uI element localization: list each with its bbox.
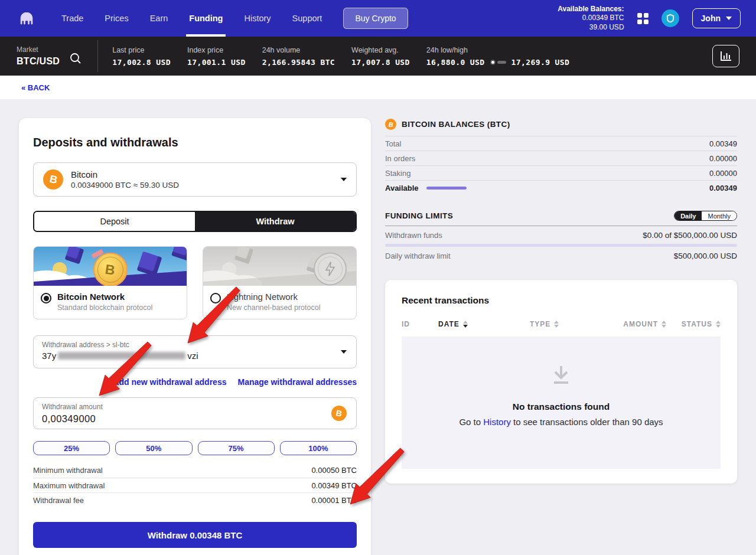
info-label: Minimum withdrawal	[33, 466, 103, 475]
max-withdrawal-row: Maximum withdrawal 0.00349 BTC	[33, 478, 357, 492]
percent-100-button[interactable]: 100%	[280, 441, 357, 455]
sort-icon	[554, 321, 559, 328]
limit-label: Withdrawn funds	[385, 231, 442, 240]
nav-menu: Trade Prices Earn Funding History Suppor…	[51, 0, 333, 37]
username: John	[701, 14, 721, 23]
available-progress-bar	[426, 187, 467, 190]
empty-text-before: Go to	[459, 417, 483, 427]
transactions-title: Recent transactions	[402, 295, 721, 306]
percent-25-button[interactable]: 25%	[33, 441, 110, 455]
transactions-table-header: ID DATE TYPE AMOUNT STATUS	[402, 320, 721, 328]
gold-bitcoin-coin: B	[93, 253, 128, 286]
withdrawal-address-label: Withdrawal address > sl-btc	[42, 341, 348, 349]
network-card-lightning[interactable]: Lightning Network New channel-based prot…	[203, 246, 357, 319]
column-id[interactable]: ID	[402, 320, 438, 328]
tab-deposit[interactable]: Deposit	[34, 212, 195, 231]
radio-lightning-network[interactable]	[210, 293, 221, 303]
sort-icon	[662, 321, 666, 328]
back-link[interactable]: « BACK	[21, 83, 50, 92]
balance-row-staking: Staking 0.00000	[385, 165, 737, 180]
deposit-withdraw-tabs: Deposit Withdraw	[33, 211, 357, 232]
history-link[interactable]: History	[483, 417, 511, 427]
percent-50-button[interactable]: 50%	[115, 441, 192, 455]
kraken-logo-icon[interactable]	[18, 9, 35, 27]
column-type[interactable]: TYPE	[530, 320, 572, 328]
info-value: 0.00001 BTC	[311, 496, 357, 505]
chart-toggle-icon[interactable]	[712, 45, 739, 67]
column-date[interactable]: DATE	[438, 320, 530, 328]
balance-row-available: Available 0.00349	[385, 180, 737, 195]
nav-item-support[interactable]: Support	[282, 0, 333, 37]
withdrawal-address-dropdown[interactable]: Withdrawal address > sl-btc 37y vzi	[33, 335, 357, 368]
daily-withdraw-limit-row: Daily withdraw limit $500,000.00 USD	[385, 247, 737, 265]
balance-row-in-orders: In orders 0.00000	[385, 151, 737, 165]
network-desc: New channel-based protocol	[227, 303, 320, 312]
toggle-daily[interactable]: Daily	[674, 211, 702, 220]
asset-balance: 0.00349000 BTC ≈ 59.30 USD	[71, 181, 179, 190]
buy-crypto-button[interactable]: Buy Crypto	[343, 8, 408, 29]
balance-label: Staking	[385, 169, 410, 178]
nav-item-trade[interactable]: Trade	[51, 0, 94, 37]
network-desc: Standard blockchain protocol	[57, 303, 152, 312]
bitcoin-icon: B	[385, 119, 396, 130]
stat-label: Index price	[187, 46, 246, 54]
withdrawal-fee-row: Withdrawal fee 0.00001 BTC	[33, 492, 357, 507]
balance-value: 0.00000	[709, 154, 737, 163]
security-shield-icon[interactable]	[662, 9, 679, 27]
stat-value: 17,001.1 USD	[187, 58, 246, 67]
min-withdrawal-row: Minimum withdrawal 0.00050 BTC	[33, 463, 357, 478]
stat-last-price: Last price 17,002.8 USD	[112, 46, 171, 67]
balance-label: In orders	[385, 154, 415, 163]
nav-item-funding[interactable]: Funding	[178, 0, 233, 37]
limit-value: $500,000.00 USD	[674, 252, 737, 260]
bitcoin-balances-section: B BITCOIN BALANCES (BTC) Total 0.00349 I…	[385, 118, 737, 195]
network-card-bitcoin[interactable]: B Bitcoin Network Standard blockchain pr…	[33, 246, 187, 319]
column-amount[interactable]: AMOUNT	[572, 320, 666, 328]
info-label: Withdrawal fee	[33, 496, 84, 505]
market-pair-value: BTC/USD	[17, 56, 60, 67]
toggle-monthly[interactable]: Monthly	[702, 211, 737, 220]
chevron-down-icon	[341, 178, 347, 181]
balance-btc: 0.00349 BTC	[558, 14, 624, 23]
asset-select-dropdown[interactable]: B Bitcoin 0.00349000 BTC ≈ 59.30 USD	[33, 162, 357, 197]
empty-state-text: Go to History to see transactions older …	[459, 417, 663, 427]
balance-label: Available	[385, 184, 419, 192]
add-withdrawal-address-link[interactable]: Add new withdrawal address	[113, 377, 226, 387]
balance-value: 0.00349	[709, 139, 737, 148]
balances-title: BITCOIN BALANCES (BTC)	[402, 120, 510, 129]
nav-item-prices[interactable]: Prices	[94, 0, 139, 37]
limit-value: $0.00 of $500,000.00 USD	[643, 231, 737, 240]
funding-limits-title: FUNDING LIMITS	[385, 211, 453, 220]
withdrawal-amount-input[interactable]: Withdrawal amount 0,00349000 B	[33, 397, 357, 429]
recent-transactions-card: Recent transactions ID DATE TYPE AMOUNT …	[385, 280, 737, 484]
nav-item-earn[interactable]: Earn	[139, 0, 179, 37]
page-title: Deposits and withdrawals	[33, 136, 357, 149]
withdraw-submit-button[interactable]: Withdraw 0.00348 BTC	[33, 522, 357, 548]
chevron-down-icon	[726, 17, 732, 20]
manage-withdrawal-addresses-link[interactable]: Manage withdrawal addresses	[237, 377, 357, 387]
address-redacted-blur	[58, 352, 185, 360]
stat-value: 2,166.95843 BTC	[262, 58, 335, 67]
balance-row-total: Total 0.00349	[385, 136, 737, 151]
column-status[interactable]: STATUS	[666, 320, 721, 328]
limit-label: Daily withdraw limit	[385, 252, 451, 260]
nav-item-history[interactable]: History	[233, 0, 281, 37]
info-value: 0.00349 BTC	[311, 481, 357, 490]
address-suffix: vzi	[187, 351, 198, 361]
radio-bitcoin-network[interactable]	[41, 293, 51, 303]
withdrawal-amount-value: 0,00349000	[42, 413, 348, 425]
bitcoin-network-illustration: B	[34, 247, 187, 286]
user-menu-button[interactable]: John	[692, 8, 741, 28]
tab-withdraw[interactable]: Withdraw	[195, 212, 356, 231]
search-icon[interactable]	[69, 52, 82, 65]
lightning-coin-icon	[314, 252, 347, 285]
apps-grid-icon[interactable]	[637, 13, 649, 24]
balances-label: Available Balances:	[558, 5, 624, 14]
stat-label: 24h volume	[262, 46, 335, 54]
divider	[97, 40, 98, 72]
stat-value: 17,002.8 USD	[112, 58, 171, 67]
market-pair[interactable]: Market BTC/USD	[17, 45, 60, 67]
low-value: 16,880.0 USD	[426, 58, 485, 67]
top-nav: Trade Prices Earn Funding History Suppor…	[0, 0, 756, 37]
percent-75-button[interactable]: 75%	[198, 441, 275, 455]
